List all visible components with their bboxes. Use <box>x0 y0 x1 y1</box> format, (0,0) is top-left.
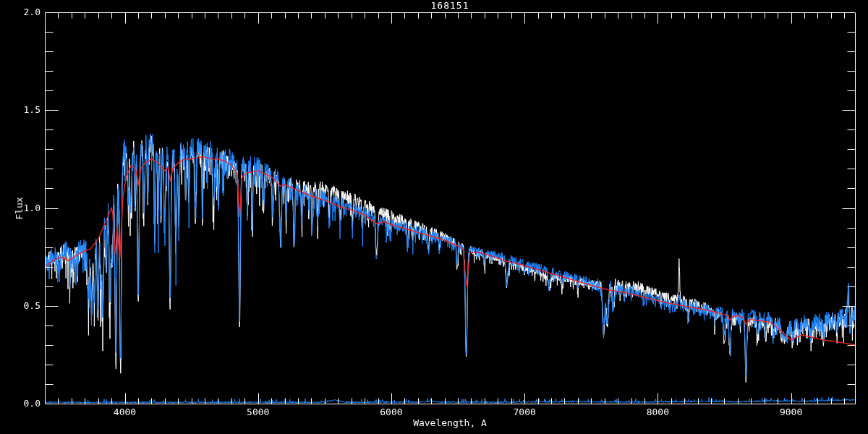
x-tick-label: 8000 <box>647 407 669 417</box>
y-tick-label: 0.0 <box>0 399 41 409</box>
y-tick-label: 2.0 <box>0 7 41 17</box>
x-tick-label: 4000 <box>114 407 136 417</box>
x-tick-label: 6000 <box>380 407 402 417</box>
y-tick-label: 1.5 <box>0 105 41 115</box>
y-tick-label: 0.5 <box>0 301 41 311</box>
spectrum-plot-canvas <box>0 0 868 434</box>
x-tick-label: 5000 <box>247 407 269 417</box>
y-tick-label: 1.0 <box>0 203 41 213</box>
spectrum-figure: 168151 Flux Wavelength, A 40005000600070… <box>0 0 868 434</box>
x-tick-label: 7000 <box>514 407 536 417</box>
x-axis-label: Wavelength, A <box>413 418 487 428</box>
plot-title: 168151 <box>431 1 469 11</box>
x-tick-label: 9000 <box>780 407 802 417</box>
